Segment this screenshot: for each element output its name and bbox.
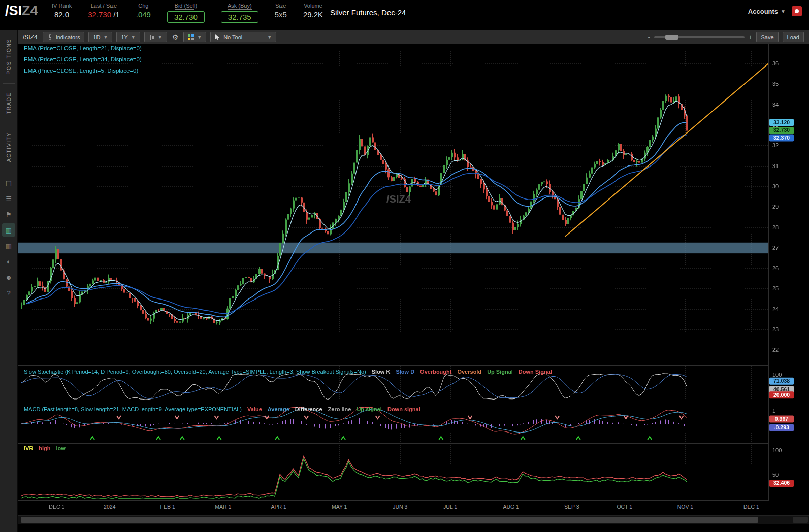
ema-study-label[interactable]: EMA (Price=CLOSE, Length=21, Displace=0)	[24, 45, 142, 56]
field-label: Chg	[138, 3, 148, 9]
quote-field-volume: Volume29.2K	[303, 3, 323, 19]
chart-symbol-label: /SIZ4	[23, 34, 38, 41]
sidebar-tab-activity[interactable]: ACTIVITY	[6, 123, 12, 171]
drawing-tool-dropdown[interactable]: No Tool ▼	[210, 32, 276, 42]
header-right: Accounts ▼	[748, 0, 809, 16]
scrollbar-stub	[793, 517, 808, 523]
record-dot-icon	[795, 9, 799, 13]
zoom-in-button[interactable]: +	[749, 33, 753, 41]
legend-item: Overbought	[420, 369, 451, 375]
watchlist-icon[interactable]: ☰	[2, 192, 15, 205]
chevron-down-icon: ▼	[131, 35, 136, 40]
chart-settings-button[interactable]: ⚙	[171, 33, 180, 41]
quote-header: /SIZ4 IV Rank82.0Last / Size32.730 /1Chg…	[0, 0, 809, 23]
cursor-icon	[215, 34, 220, 40]
time-axis-label: JUL 1	[443, 504, 457, 510]
zoom-slider[interactable]	[654, 36, 745, 38]
help-icon[interactable]: ?	[2, 286, 15, 300]
stochastic-params: Slow Stochastic (K Period=14, D Period=9…	[24, 369, 366, 375]
markets-icon[interactable]: ▤	[2, 176, 15, 189]
sidebar-tab-trade[interactable]: TRADE	[6, 84, 12, 123]
symbol-logo: /SIZ4	[0, 0, 52, 19]
range-dropdown[interactable]: 1Y ▼	[116, 32, 140, 42]
chart-canvas[interactable]	[18, 44, 809, 502]
chart-icon[interactable]: ▥	[2, 223, 15, 237]
symbol-root: /SI	[5, 3, 22, 18]
candlestick-icon	[149, 34, 155, 40]
horizontal-scrollbar[interactable]	[18, 515, 809, 524]
sidebar-icons: ▤☰⚑▥▦◐☻?	[2, 176, 15, 300]
macd-study-label[interactable]: MACD (Fast length=8, Slow length=21, MAC…	[24, 406, 420, 412]
legend-item: Zero line	[328, 406, 351, 412]
chevron-down-icon: ▼	[781, 9, 786, 14]
layout-grid-dropdown[interactable]: ▼	[183, 32, 206, 42]
legend-item: Down Signal	[519, 369, 552, 375]
left-sidebar: POSITIONSTRADEACTIVITY▤☰⚑▥▦◐☻?	[0, 30, 18, 532]
field-value: 5x5	[275, 10, 287, 19]
field-label: Bid (Sell)	[175, 3, 198, 10]
ema-study-label[interactable]: EMA (Price=CLOSE, Length=5, Displace=0)	[24, 68, 142, 79]
chevron-down-icon: ▼	[103, 35, 108, 40]
ema-study-label[interactable]: EMA (Price=CLOSE, Length=34, Displace=0)	[24, 56, 142, 68]
load-button[interactable]: Load	[783, 32, 804, 42]
time-axis-label: AUG 1	[503, 504, 519, 510]
alerts-flag-icon[interactable]: ⚑	[2, 208, 15, 221]
time-axis-label: SEP 3	[564, 504, 579, 510]
field-value-suffix: /1	[111, 10, 120, 19]
gear-icon: ⚙	[172, 33, 179, 41]
field-label: IV Rank	[52, 3, 72, 9]
ivr-study-label[interactable]: IVRhighlow	[24, 445, 66, 451]
chevron-down-icon: ▼	[267, 35, 272, 40]
quote-field-size: Size5x5	[275, 3, 287, 19]
support-icon[interactable]	[792, 6, 802, 16]
field-value: .049	[136, 10, 151, 19]
indicators-button[interactable]: Indicators	[43, 32, 85, 42]
field-value[interactable]: 32.730	[167, 11, 205, 23]
instrument-description: Silver Futures, Dec-24	[330, 0, 406, 17]
time-axis-label: JUN 3	[393, 504, 407, 510]
chevron-down-icon: ▼	[158, 35, 163, 40]
sidebar-tab-positions[interactable]: POSITIONS	[6, 30, 12, 83]
field-value[interactable]: 32.735	[221, 11, 258, 23]
users-icon[interactable]: ☻	[2, 271, 15, 284]
legend-item: Up signal	[357, 406, 382, 412]
timeframe-dropdown[interactable]: 1D ▼	[88, 32, 112, 42]
time-axis-label: NOV 1	[677, 504, 694, 510]
time-axis: DEC 12024FEB 1MAR 1APR 1MAY 1JUN 3JUL 1A…	[18, 502, 790, 512]
tool-current: No Tool	[215, 34, 242, 40]
stochastic-study-label[interactable]: Slow Stochastic (K Period=14, D Period=9…	[24, 369, 552, 375]
zoom-out-button[interactable]: -	[648, 33, 650, 41]
zoom-slider-thumb[interactable]	[665, 35, 678, 40]
legend-item: IVR	[24, 445, 33, 451]
time-axis-label: MAY 1	[332, 504, 347, 510]
chart-type-dropdown[interactable]: ▼	[144, 32, 167, 42]
scrollbar-thumb[interactable]	[21, 517, 758, 523]
legend-item: Down signal	[387, 406, 420, 412]
time-axis-label: MAR 1	[215, 504, 231, 510]
legend-item: Difference	[295, 406, 322, 412]
accounts-menu[interactable]: Accounts ▼	[748, 8, 786, 15]
grid-icon[interactable]: ▦	[2, 239, 15, 252]
legend-item: low	[56, 445, 66, 451]
quote-field-chg: Chg.049	[136, 3, 151, 19]
flask-icon	[47, 34, 53, 40]
panel-splitter[interactable]	[18, 403, 768, 405]
legend-item: Up Signal	[487, 369, 513, 375]
clock-icon[interactable]: ◐	[2, 255, 15, 268]
symbol-suffix: Z4	[22, 3, 38, 18]
macd-params: MACD (Fast length=8, Slow length=21, MAC…	[24, 406, 242, 412]
save-button[interactable]: Save	[756, 32, 778, 42]
legend-item: high	[39, 445, 50, 451]
field-value: 82.0	[54, 10, 69, 19]
indicators-label: Indicators	[56, 34, 80, 40]
ema-study-labels: EMA (Price=CLOSE, Length=21, Displace=0)…	[24, 45, 142, 79]
quote-field-last-size: Last / Size32.730 /1	[88, 3, 120, 19]
layout-grid-icon	[188, 34, 194, 40]
range-value: 1Y	[121, 34, 127, 40]
ivr-legend: IVRhighlow	[24, 445, 66, 451]
time-axis-label: DEC 1	[49, 504, 64, 510]
field-value: 29.2K	[303, 10, 323, 19]
panel-splitter[interactable]	[18, 442, 768, 445]
legend-item: Slow K	[372, 369, 391, 375]
panel-splitter[interactable]	[18, 364, 768, 367]
